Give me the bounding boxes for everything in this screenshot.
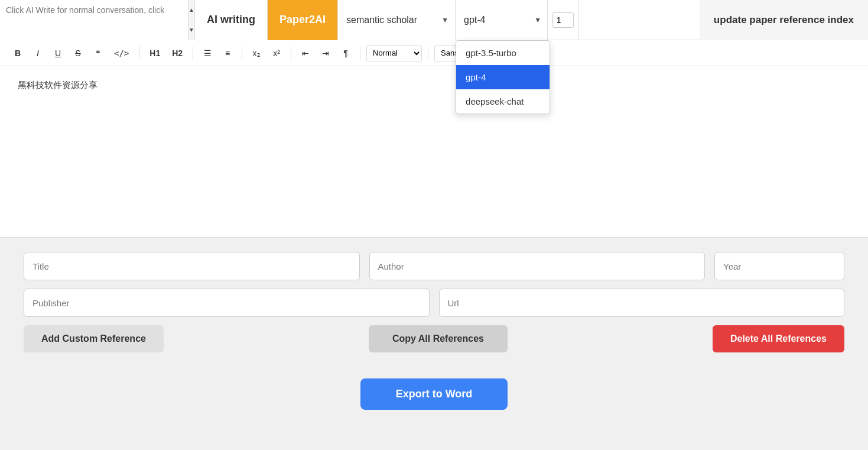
ref-buttons-row: Add Custom Reference Copy All References…: [24, 325, 844, 352]
divider-5: [360, 46, 360, 60]
dropdown-item-gpt35[interactable]: gpt-3.5-turbo: [456, 41, 550, 65]
code-button[interactable]: </>: [110, 45, 133, 61]
quote-button[interactable]: ❝: [90, 45, 106, 61]
indent-left-button[interactable]: ⇤: [297, 45, 314, 61]
dropdown-item-deepseek[interactable]: deepseek-chat: [456, 89, 550, 114]
divider-2: [193, 46, 193, 60]
text-input-area: ▲ ▼: [0, 0, 195, 40]
copy-all-references-button[interactable]: Copy All References: [369, 325, 508, 352]
semantic-scholar-wrapper: semantic scholar google scholar pubmed ▼: [337, 0, 456, 40]
paragraph-button[interactable]: ¶: [337, 45, 354, 61]
paper2ai-button[interactable]: Paper2AI: [268, 0, 337, 40]
add-custom-reference-button[interactable]: Add Custom Reference: [24, 325, 164, 352]
title-input[interactable]: [24, 252, 360, 280]
bold-button[interactable]: B: [9, 45, 26, 61]
update-reference-button[interactable]: update paper reference index: [700, 0, 868, 40]
year-input[interactable]: [714, 252, 844, 280]
scroll-down-button[interactable]: ▼: [188, 20, 194, 40]
cursor-number-input[interactable]: [552, 12, 574, 28]
strikethrough-button[interactable]: S: [70, 45, 86, 61]
style-select[interactable]: Normal Heading 1 Heading 2: [366, 45, 422, 61]
publisher-input[interactable]: [24, 289, 430, 317]
divider-3: [242, 46, 242, 60]
delete-all-references-button[interactable]: Delete All References: [713, 325, 844, 352]
underline-button[interactable]: U: [50, 45, 66, 61]
h1-button[interactable]: H1: [145, 45, 164, 61]
ai-writing-button[interactable]: AI writing: [195, 0, 268, 40]
divider-4: [291, 46, 291, 60]
scroll-up-button[interactable]: ▲: [188, 0, 194, 20]
ref-form-row-1: [24, 252, 844, 280]
url-input[interactable]: [439, 289, 845, 317]
editor-area[interactable]: 黑科技软件资源分享: [0, 66, 868, 238]
gpt-model-select[interactable]: gpt-3.5-turbo gpt-4 deepseek-chat: [456, 0, 547, 40]
semantic-scholar-select[interactable]: semantic scholar google scholar pubmed: [337, 0, 456, 40]
ref-form-row-2: [24, 289, 844, 317]
dropdown-item-gpt4[interactable]: gpt-4: [456, 65, 550, 89]
h2-button[interactable]: H2: [168, 45, 187, 61]
author-input[interactable]: [369, 252, 706, 280]
subscript-button[interactable]: x₂: [248, 45, 265, 61]
editor-content: 黑科技软件资源分享: [18, 78, 850, 92]
superscript-button[interactable]: x²: [268, 45, 285, 61]
cursor-value: [548, 0, 579, 40]
scroll-arrows: ▲ ▼: [188, 0, 194, 40]
ordered-list-button[interactable]: ☰: [199, 45, 216, 61]
reference-section: Add Custom Reference Copy All References…: [0, 238, 868, 367]
ai-conversation-input[interactable]: [0, 0, 194, 40]
divider-6: [428, 46, 428, 60]
indent-right-button[interactable]: ⇥: [317, 45, 334, 61]
export-to-word-button[interactable]: Export to Word: [360, 378, 508, 410]
export-section: Export to Word: [0, 367, 868, 433]
format-toolbar: B I U S ❝ </> H1 H2 ☰ ≡ x₂ x² ⇤ ⇥ ¶ Norm…: [0, 40, 868, 66]
italic-button[interactable]: I: [30, 45, 46, 61]
unordered-list-button[interactable]: ≡: [219, 45, 236, 61]
gpt-model-container: gpt-3.5-turbo gpt-4 deepseek-chat ▼ gpt-…: [456, 0, 548, 40]
gpt-dropdown-overlay: gpt-3.5-turbo gpt-4 deepseek-chat: [456, 40, 550, 114]
top-toolbar: ▲ ▼ AI writing Paper2AI semantic scholar…: [0, 0, 868, 40]
divider-1: [139, 46, 139, 60]
